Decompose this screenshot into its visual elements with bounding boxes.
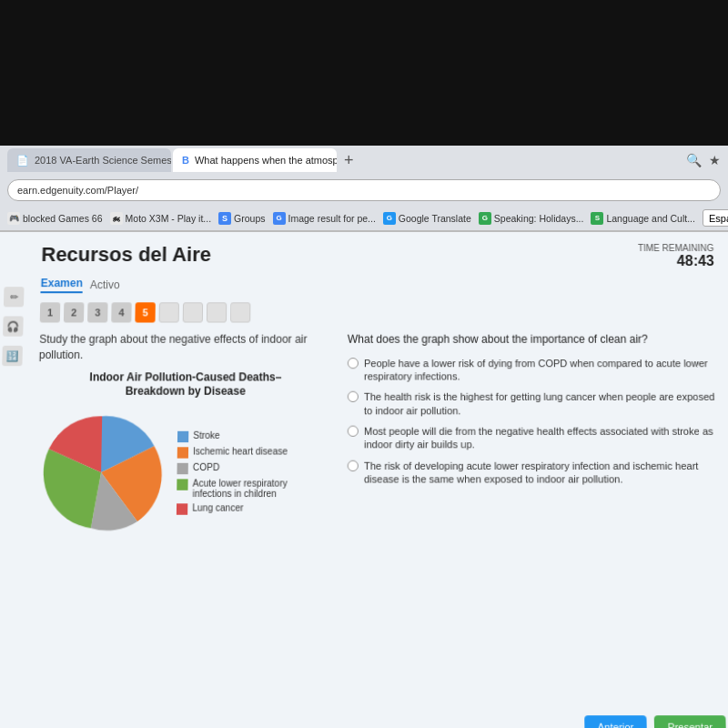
bottom-buttons: Anterior Presentar bbox=[584, 715, 726, 728]
bookmark-groups-label: Groups bbox=[234, 213, 265, 224]
legend: Stroke Ischemic heart disease COPD bbox=[177, 430, 288, 515]
pie-chart bbox=[35, 407, 167, 539]
legend-stroke-label: Stroke bbox=[193, 430, 219, 440]
legend-lung-label: Lung cancer bbox=[192, 502, 243, 512]
address-input[interactable]: earn.edgenuity.com/Player/ bbox=[7, 179, 721, 201]
chart-title: Indoor Air Pollution-Caused Deaths–Break… bbox=[38, 370, 333, 399]
google-image-icon: G bbox=[273, 212, 286, 225]
exam-tabs: Examen Activo bbox=[13, 277, 714, 293]
legend-ischemic-label: Ischemic heart disease bbox=[193, 446, 288, 456]
bookmark-blocked-games[interactable]: 🎮 blocked Games 66 bbox=[7, 212, 103, 225]
ischemic-color bbox=[177, 447, 188, 458]
tab-label-active: What happens when the atmosp... bbox=[195, 155, 337, 166]
question-num-3[interactable]: 3 bbox=[87, 302, 108, 322]
answer-option-1[interactable]: People have a lower risk of dying from C… bbox=[348, 357, 717, 383]
lung-color bbox=[177, 503, 187, 514]
stroke-color bbox=[177, 431, 188, 442]
bookmark-moto-label: Moto X3M - Play it... bbox=[126, 213, 212, 224]
answer-text-1: People have a lower risk of dying from C… bbox=[364, 357, 717, 383]
question-num-4[interactable]: 4 bbox=[111, 302, 132, 322]
right-panel: What does the graph show about the impor… bbox=[348, 332, 722, 539]
legend-ischemic: Ischemic heart disease bbox=[177, 446, 288, 458]
legend-copd: COPD bbox=[177, 462, 287, 474]
browser-icons: 🔍 ★ bbox=[686, 153, 721, 167]
legend-lung: Lung cancer bbox=[177, 502, 288, 515]
main-content: ✏ 🎧 🔢 Recursos del Aire TIME REMAINING 4… bbox=[0, 232, 728, 728]
presentar-button[interactable]: Presentar bbox=[654, 715, 726, 728]
legend-stroke: Stroke bbox=[177, 430, 288, 442]
question-num-6[interactable] bbox=[159, 302, 179, 322]
legend-acute: Acute lower respiratoryinfections in chi… bbox=[177, 478, 288, 499]
question-num-9[interactable] bbox=[230, 302, 250, 322]
sidebar-icons: ✏ 🎧 🔢 bbox=[2, 287, 24, 366]
translate-icon: G bbox=[383, 212, 396, 225]
address-text: earn.edgenuity.com/Player/ bbox=[17, 185, 138, 196]
tab-earth-science[interactable]: 📄 2018 VA-Earth Science Semester ✕ bbox=[7, 148, 171, 172]
sidebar-pencil-icon[interactable]: ✏ bbox=[4, 287, 25, 307]
bookmark-star-icon[interactable]: ★ bbox=[709, 153, 721, 167]
speaking-icon: G bbox=[479, 212, 491, 225]
page-title: Recursos del Aire bbox=[41, 243, 211, 267]
left-panel: Study the graph about the negative effec… bbox=[35, 332, 333, 539]
study-instruction: Study the graph about the negative effec… bbox=[39, 332, 333, 363]
moto-icon: 🏍 bbox=[110, 212, 123, 225]
edgenuity-frame: ✏ 🎧 🔢 Recursos del Aire TIME REMAINING 4… bbox=[0, 232, 728, 728]
tab-icon-b: B bbox=[182, 155, 189, 166]
title-text: Recursos del Aire bbox=[41, 243, 211, 267]
time-remaining-value: 48:43 bbox=[638, 253, 714, 269]
espanol-dropdown[interactable]: Español ▾ bbox=[703, 209, 728, 227]
bookmark-language[interactable]: S Language and Cult... bbox=[591, 212, 695, 225]
groups-icon: S bbox=[218, 212, 231, 225]
tab-icon: 📄 bbox=[16, 155, 29, 167]
answer-options: People have a lower risk of dying from C… bbox=[348, 357, 720, 486]
bookmark-language-label: Language and Cult... bbox=[606, 213, 695, 224]
espanol-label: Español bbox=[709, 213, 728, 224]
question-num-7[interactable] bbox=[183, 302, 203, 322]
tab-atmosphere[interactable]: B What happens when the atmosp... ✕ bbox=[173, 148, 337, 172]
activo-tab[interactable]: Activo bbox=[90, 278, 120, 291]
browser-chrome: 📄 2018 VA-Earth Science Semester ✕ B Wha… bbox=[0, 146, 728, 232]
examen-tab[interactable]: Examen bbox=[40, 277, 83, 293]
chart-container: Stroke Ischemic heart disease COPD bbox=[35, 407, 332, 539]
question-area: Study the graph about the negative effec… bbox=[7, 332, 722, 539]
answer-text-2: The health risk is the highest for getti… bbox=[364, 390, 718, 417]
tab-bar: 📄 2018 VA-Earth Science Semester ✕ B Wha… bbox=[0, 146, 728, 175]
radio-1[interactable] bbox=[348, 358, 359, 369]
answer-option-3[interactable]: Most people will die from the negative h… bbox=[348, 425, 719, 451]
bookmark-translate[interactable]: G Google Translate bbox=[383, 212, 471, 225]
question-num-1[interactable]: 1 bbox=[40, 302, 61, 322]
answer-text-4: The risk of developing acute lower respi… bbox=[364, 459, 720, 486]
bookmarks-bar: 🎮 blocked Games 66 🏍 Moto X3M - Play it.… bbox=[0, 206, 728, 231]
question-num-8[interactable] bbox=[207, 302, 227, 322]
sidebar-calc-icon[interactable]: 🔢 bbox=[2, 346, 23, 366]
search-icon[interactable]: 🔍 bbox=[686, 153, 702, 167]
top-dark-area bbox=[0, 0, 728, 146]
bookmark-image[interactable]: G Image result for pe... bbox=[273, 212, 376, 225]
bookmark-image-label: Image result for pe... bbox=[288, 213, 376, 224]
tab-label: 2018 VA-Earth Science Semester bbox=[35, 155, 171, 166]
legend-acute-label: Acute lower respiratoryinfections in chi… bbox=[192, 478, 287, 499]
question-text: What does the graph show about the impor… bbox=[348, 332, 716, 348]
radio-2[interactable] bbox=[348, 391, 359, 402]
bookmark-speaking[interactable]: G Speaking: Holidays... bbox=[479, 212, 584, 225]
answer-option-4[interactable]: The risk of developing acute lower respi… bbox=[348, 459, 720, 486]
address-bar: earn.edgenuity.com/Player/ bbox=[0, 175, 728, 206]
question-numbers: 1 2 3 4 5 bbox=[12, 302, 715, 322]
radio-4[interactable] bbox=[348, 460, 359, 470]
bookmark-groups[interactable]: S Groups bbox=[218, 212, 265, 225]
radio-3[interactable] bbox=[348, 426, 359, 437]
new-tab-button[interactable]: + bbox=[339, 151, 359, 170]
language-icon: S bbox=[591, 212, 603, 225]
time-remaining-container: TIME REMAINING 48:43 bbox=[638, 243, 714, 269]
bookmark-moto[interactable]: 🏍 Moto X3M - Play it... bbox=[110, 212, 212, 225]
bookmark-translate-label: Google Translate bbox=[399, 213, 471, 224]
content-header: Recursos del Aire TIME REMAINING 48:43 bbox=[14, 243, 714, 269]
blocked-games-icon: 🎮 bbox=[7, 212, 20, 225]
bookmark-label: blocked Games 66 bbox=[23, 213, 103, 224]
anterior-button[interactable]: Anterior bbox=[584, 715, 647, 728]
question-num-5[interactable]: 5 bbox=[135, 302, 155, 322]
answer-option-2[interactable]: The health risk is the highest for getti… bbox=[348, 390, 718, 417]
question-num-2[interactable]: 2 bbox=[64, 302, 85, 322]
sidebar-headphone-icon[interactable]: 🎧 bbox=[3, 316, 24, 336]
legend-copd-label: COPD bbox=[193, 462, 220, 472]
